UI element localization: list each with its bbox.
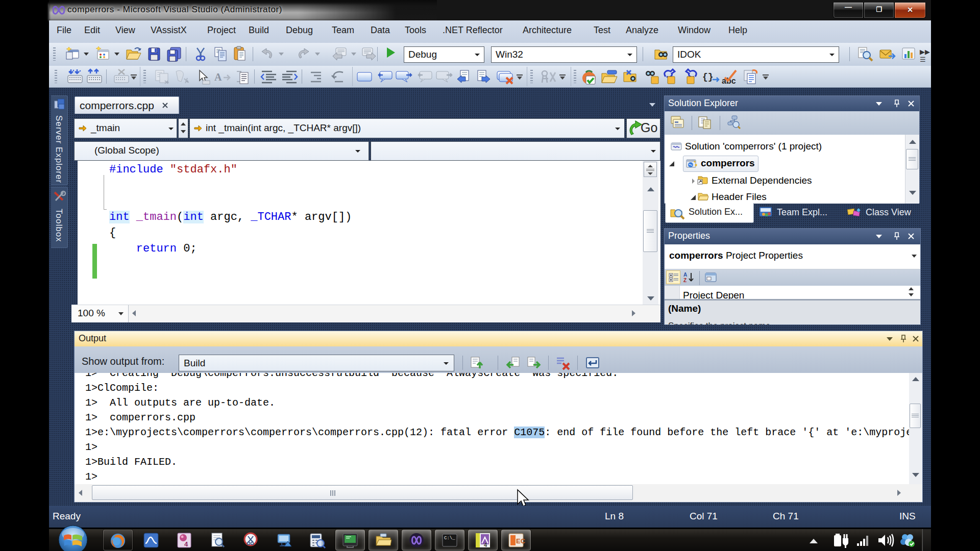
svg-text:4: 4 <box>184 540 188 548</box>
svg-text:A: A <box>683 272 687 278</box>
svg-text:4: 4 <box>484 542 487 548</box>
svg-text:EC: EC <box>516 537 525 545</box>
svg-text:C:\_: C:\_ <box>444 536 455 541</box>
svg-text:Z: Z <box>683 278 687 283</box>
svg-text:{}: {} <box>702 72 714 82</box>
svg-text:A: A <box>214 71 222 83</box>
